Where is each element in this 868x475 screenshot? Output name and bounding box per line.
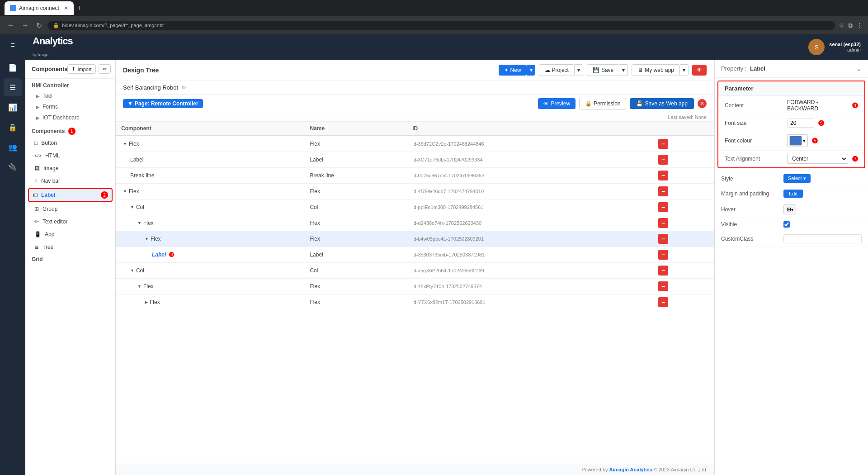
remove-row-button[interactable]: −: [658, 234, 668, 244]
iot-dashboard-item[interactable]: ▶ Page: Remote Controller IOT Dashboard: [25, 112, 115, 123]
margin-padding-row: Margin and padding Edit: [715, 186, 868, 201]
forward-button[interactable]: →: [20, 19, 31, 31]
remove-row-button[interactable]: −: [658, 139, 668, 149]
table-row[interactable]: ▼ Flex Flex id-35d72G2v2p-1702468244846 …: [116, 136, 714, 152]
new-tab-button[interactable]: +: [77, 4, 82, 13]
expand-icon-4[interactable]: ▼: [130, 205, 134, 209]
expand-icon-9[interactable]: ▼: [137, 284, 142, 289]
close-button[interactable]: ✕: [698, 99, 707, 108]
new-button[interactable]: ✦ New: [499, 65, 527, 76]
text-alignment-select[interactable]: Center Left Right: [787, 154, 848, 164]
remove-row-button[interactable]: −: [658, 155, 668, 165]
import-icon: ⬆: [71, 66, 75, 72]
app-component-item[interactable]: 📱 App: [28, 228, 113, 240]
table-row[interactable]: ▼ Flex Flex id-q2438o74tk-1702502620430 …: [116, 215, 714, 231]
save-btn-group: 💾 Save ▾: [587, 64, 628, 76]
reload-button[interactable]: ↻: [34, 19, 44, 32]
new-dropdown-button[interactable]: ▾: [527, 65, 535, 76]
tool-item[interactable]: ▶ Tool: [25, 90, 115, 101]
iot-dashboard-label: IOT Dashboard: [42, 114, 80, 121]
browser-tab[interactable]: Aimagin connect ✕: [5, 1, 74, 15]
top-navigation: Analytics by Aimagin S senal (esp32) adm…: [25, 34, 868, 60]
parameter-section-border: Parameter Content FORWARD - BACKWARD ❹ F…: [717, 81, 865, 168]
preview-button[interactable]: 👁 Preview: [538, 98, 576, 109]
save-as-webapp-button[interactable]: 💾 Save as Web app: [630, 98, 694, 109]
table-row[interactable]: ▼ Col Col id-x5gX6P2b64-1702499592769 −: [116, 263, 714, 279]
sidebar-item-plugin[interactable]: 🔌: [4, 158, 22, 176]
sidebar-item-users[interactable]: 👥: [4, 138, 22, 156]
sidebar-item-chart[interactable]: 📊: [4, 98, 22, 116]
page-toolbar-row: ▼ Page: Remote Controller 👁 Preview 🔒 Pe…: [116, 95, 714, 113]
tab-close-icon[interactable]: ✕: [64, 5, 68, 11]
forms-item[interactable]: ▶ Forms: [25, 101, 115, 112]
sidebar-item-page[interactable]: 📄: [4, 58, 22, 76]
permission-button[interactable]: 🔒 Permission: [579, 98, 626, 109]
group-component-item[interactable]: ⊞ Group: [28, 203, 113, 215]
style-select-button[interactable]: Select ▾: [783, 174, 811, 183]
remove-row-button[interactable]: −: [658, 171, 668, 180]
button-component-item[interactable]: □ Button: [28, 137, 113, 149]
address-bar[interactable]: 🔒 bidev.aimagin.com/?_pageId=_page_amgcn…: [47, 21, 835, 30]
table-row[interactable]: Label❸ Label id-35303795mb-1702503871981…: [116, 247, 714, 263]
back-button[interactable]: ←: [5, 19, 16, 31]
edit-components-button[interactable]: ✏: [99, 64, 111, 74]
font-colour-picker[interactable]: ▾: [787, 134, 808, 147]
browser-nav: ← → ↻ 🔒 bidev.aimagin.com/?_pageId=_page…: [0, 16, 868, 34]
user-avatar[interactable]: S: [808, 39, 825, 55]
visible-checkbox[interactable]: [783, 221, 790, 228]
tree-component-item[interactable]: ≣ Tree: [28, 241, 113, 253]
margin-padding-edit-button[interactable]: Edit: [783, 190, 803, 198]
save-dropdown-button[interactable]: ▾: [619, 64, 628, 76]
bookmark-icon[interactable]: ☆: [839, 22, 844, 29]
image-component-item[interactable]: 🖼 Image: [28, 162, 113, 174]
my-webapp-button[interactable]: 🖥 My web app: [632, 64, 680, 76]
hamburger-icon[interactable]: ☰: [0, 43, 25, 48]
components-panel-header: Components ⬆ Import ✏: [25, 60, 115, 79]
sidebar-item-lock[interactable]: 🔒: [4, 118, 22, 136]
hover-icon-picker[interactable]: ⊞ ▾: [783, 204, 796, 214]
edit-project-icon[interactable]: ✏: [182, 84, 187, 91]
table-row[interactable]: ▼ Flex Flex id-4f79W46db7-1702474794010 …: [116, 184, 714, 200]
label-component-item[interactable]: 🏷 Label 2: [28, 188, 113, 202]
expand-icon-3[interactable]: ▼: [123, 189, 127, 194]
remove-row-button[interactable]: −: [658, 218, 668, 228]
remove-row-button[interactable]: −: [658, 186, 668, 196]
extensions-icon[interactable]: ⧉: [848, 22, 853, 29]
expand-icon-8[interactable]: ▼: [130, 268, 134, 273]
font-size-badge: ❺: [818, 119, 824, 128]
expand-icon-0[interactable]: ▼: [123, 142, 127, 146]
text-editor-item[interactable]: ✏ Text editor: [28, 216, 113, 228]
settings-icon[interactable]: ⋮: [856, 22, 863, 29]
expand-icon-10[interactable]: ▶: [145, 300, 148, 304]
navbar-component-item[interactable]: ≡ Nav bar: [28, 175, 113, 187]
table-row[interactable]: Break line Break line id-0075c967m4-1702…: [116, 168, 714, 184]
expand-icon-5[interactable]: ▼: [137, 221, 142, 225]
collapse-icon[interactable]: ⌄: [856, 64, 862, 73]
webapp-dropdown-button[interactable]: ▾: [680, 64, 689, 76]
forms-label: Forms: [42, 104, 58, 110]
font-size-input[interactable]: [787, 119, 814, 128]
remove-row-button[interactable]: −: [658, 297, 668, 307]
expand-icon-6[interactable]: ▼: [145, 237, 149, 241]
table-row[interactable]: Label Label id-3C71q76dbt-1702470299334 …: [116, 152, 714, 168]
remove-row-button[interactable]: −: [658, 250, 668, 260]
project-dropdown-button[interactable]: ▾: [575, 64, 583, 76]
new-plus-icon: ✦: [504, 67, 509, 73]
table-row[interactable]: ▼ Flex Flex id-b4w05pbc4L-1702502809201 …: [116, 231, 714, 247]
url-text: bidev.aimagin.com/?_pageId=_page_amgcnt#: [62, 23, 164, 28]
html-component-item[interactable]: </> HTML: [28, 150, 113, 162]
tab-title: Aimagin connect: [19, 5, 59, 11]
table-row[interactable]: ▶ Flex Flex id-Y7X6x82m1T-1702502915691 …: [116, 294, 714, 310]
remove-row-button[interactable]: −: [658, 281, 668, 291]
sidebar-item-grid[interactable]: ☰: [4, 78, 22, 96]
table-row[interactable]: ▼ Flex Flex id-48xPty710h-1702502749374 …: [116, 279, 714, 294]
remove-row-button[interactable]: −: [658, 202, 668, 212]
project-button[interactable]: ☁ Project: [539, 64, 575, 76]
remove-row-button[interactable]: −: [658, 266, 668, 276]
save-button[interactable]: 💾 Save: [587, 64, 619, 76]
app-icon: 📱: [34, 231, 41, 238]
table-row[interactable]: ▼ Col Col id-ppiEo1m308-1702499284561 −: [116, 200, 714, 215]
import-button[interactable]: ⬆ Import: [67, 64, 95, 74]
custom-class-input[interactable]: [783, 234, 862, 243]
eye-view-button[interactable]: 👁: [692, 65, 707, 76]
